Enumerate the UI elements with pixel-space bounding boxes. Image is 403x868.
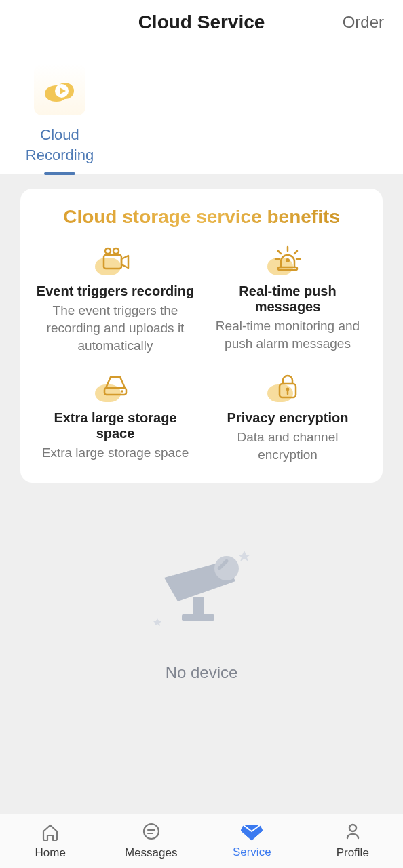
svg-marker-5 [121,256,128,268]
siren-icon [270,241,305,277]
svg-marker-26 [153,618,161,626]
svg-line-11 [278,251,281,254]
svg-point-16 [121,390,123,393]
svg-point-7 [113,248,119,254]
svg-point-9 [286,258,290,262]
svg-marker-30 [241,825,263,840]
benefit-desc: Extra large storage space [42,444,189,462]
chat-icon [141,822,161,842]
benefit-item: Privacy encryption Data and channel encr… [204,368,372,464]
person-icon [343,822,363,842]
benefits-title: Cloud storage service benefits [31,206,372,228]
order-button[interactable]: Order [343,13,384,32]
benefit-title: Real-time push messages [206,283,369,315]
lock-key-icon [270,368,305,403]
home-icon [40,822,60,842]
svg-point-31 [349,825,356,831]
tab-underline [44,172,75,175]
empty-label: No device [166,663,238,682]
tab-label: Cloud Recording [26,125,94,165]
page-body: Cloud storage service benefits Event tri… [0,174,403,814]
svg-point-27 [144,824,159,839]
svg-rect-8 [278,267,297,270]
svg-point-6 [105,248,111,254]
bottom-nav: Home Messages Service Profile [0,814,403,868]
svg-line-12 [294,251,297,254]
app-header: Cloud Service Order [0,0,403,45]
benefit-desc: The event triggers the recording and upl… [34,302,197,355]
nav-profile[interactable]: Profile [303,814,404,868]
nav-label: Service [233,846,271,859]
camera-record-icon [98,241,133,277]
benefit-desc: Real-time monitoring and push alarm mess… [206,317,369,353]
benefit-desc: Data and channel encryption [206,429,369,464]
storage-drive-icon [98,368,133,403]
no-device-icon [144,544,259,646]
benefits-grid: Event triggers recording The event trigg… [31,241,372,464]
nav-label: Messages [125,846,177,860]
benefit-title: Extra large storage space [34,410,197,441]
svg-rect-21 [193,597,204,617]
benefit-item: Real-time push messages Real-time monito… [204,241,372,355]
benefit-title: Privacy encryption [227,410,349,426]
benefit-item: Extra large storage space Extra large st… [31,368,199,464]
svg-rect-4 [104,255,121,269]
benefit-item: Event triggers recording The event trigg… [31,241,199,355]
tab-cloud-recording[interactable]: Cloud Recording [0,45,119,175]
benefits-card: Cloud storage service benefits Event tri… [20,189,383,483]
nav-home[interactable]: Home [0,814,101,868]
nav-service[interactable]: Service [202,814,303,868]
svg-marker-25 [238,551,250,561]
tab-strip: Cloud Recording [0,45,403,174]
svg-rect-22 [182,614,214,621]
empty-state: No device [20,544,383,682]
nav-label: Home [35,846,66,860]
nav-label: Profile [337,846,369,860]
benefit-title: Event triggers recording [37,283,194,299]
diamond-icon [241,823,263,842]
nav-messages[interactable]: Messages [101,814,202,868]
cloud-recording-icon [34,64,85,115]
